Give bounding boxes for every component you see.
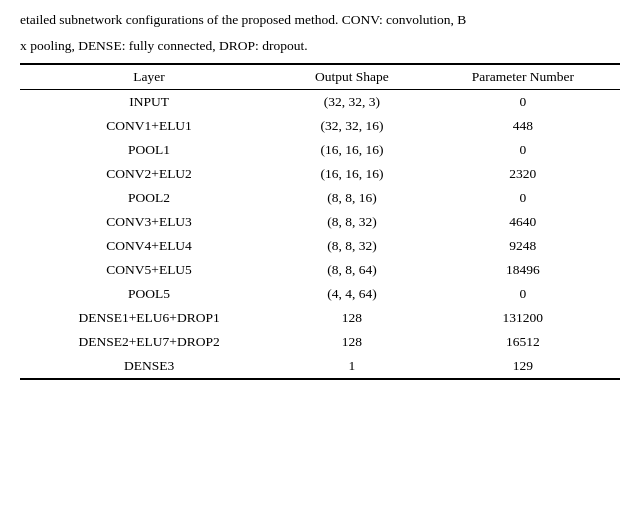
cell-params: 18496 bbox=[426, 258, 620, 282]
cell-layer: DENSE1+ELU6+DROP1 bbox=[20, 306, 278, 330]
table-row: DENSE31129 bbox=[20, 354, 620, 379]
network-config-table: Layer Output Shape Parameter Number INPU… bbox=[20, 63, 620, 380]
cell-shape: (16, 16, 16) bbox=[278, 138, 426, 162]
cell-params: 0 bbox=[426, 186, 620, 210]
cell-layer: POOL2 bbox=[20, 186, 278, 210]
table-row: CONV3+ELU3(8, 8, 32)4640 bbox=[20, 210, 620, 234]
cell-shape: (8, 8, 64) bbox=[278, 258, 426, 282]
table-row: CONV1+ELU1(32, 32, 16)448 bbox=[20, 114, 620, 138]
cell-shape: 128 bbox=[278, 306, 426, 330]
cell-params: 448 bbox=[426, 114, 620, 138]
cell-shape: (8, 8, 16) bbox=[278, 186, 426, 210]
table-row: DENSE2+ELU7+DROP212816512 bbox=[20, 330, 620, 354]
cell-shape: 128 bbox=[278, 330, 426, 354]
table-row: INPUT(32, 32, 3)0 bbox=[20, 89, 620, 114]
table-row: POOL1(16, 16, 16)0 bbox=[20, 138, 620, 162]
col-header-shape: Output Shape bbox=[278, 64, 426, 90]
cell-params: 9248 bbox=[426, 234, 620, 258]
cell-layer: POOL5 bbox=[20, 282, 278, 306]
table-row: POOL5(4, 4, 64)0 bbox=[20, 282, 620, 306]
table-row: POOL2(8, 8, 16)0 bbox=[20, 186, 620, 210]
cell-layer: CONV4+ELU4 bbox=[20, 234, 278, 258]
cell-layer: POOL1 bbox=[20, 138, 278, 162]
network-table-container: Layer Output Shape Parameter Number INPU… bbox=[20, 63, 620, 380]
cell-shape: (4, 4, 64) bbox=[278, 282, 426, 306]
cell-params: 2320 bbox=[426, 162, 620, 186]
cell-layer: CONV1+ELU1 bbox=[20, 114, 278, 138]
description-line2: x pooling, DENSE: fully connected, DROP:… bbox=[20, 36, 620, 56]
description-line1: etailed subnetwork configurations of the… bbox=[20, 10, 620, 30]
cell-layer: CONV3+ELU3 bbox=[20, 210, 278, 234]
cell-params: 16512 bbox=[426, 330, 620, 354]
cell-layer: INPUT bbox=[20, 89, 278, 114]
cell-layer: CONV2+ELU2 bbox=[20, 162, 278, 186]
cell-shape: (32, 32, 3) bbox=[278, 89, 426, 114]
cell-shape: 1 bbox=[278, 354, 426, 379]
cell-params: 129 bbox=[426, 354, 620, 379]
cell-params: 0 bbox=[426, 282, 620, 306]
cell-shape: (32, 32, 16) bbox=[278, 114, 426, 138]
cell-layer: DENSE2+ELU7+DROP2 bbox=[20, 330, 278, 354]
table-row: DENSE1+ELU6+DROP1128131200 bbox=[20, 306, 620, 330]
cell-params: 131200 bbox=[426, 306, 620, 330]
col-header-layer: Layer bbox=[20, 64, 278, 90]
cell-shape: (8, 8, 32) bbox=[278, 234, 426, 258]
cell-layer: CONV5+ELU5 bbox=[20, 258, 278, 282]
col-header-params: Parameter Number bbox=[426, 64, 620, 90]
table-row: CONV5+ELU5(8, 8, 64)18496 bbox=[20, 258, 620, 282]
cell-shape: (16, 16, 16) bbox=[278, 162, 426, 186]
cell-params: 0 bbox=[426, 138, 620, 162]
cell-shape: (8, 8, 32) bbox=[278, 210, 426, 234]
table-row: CONV4+ELU4(8, 8, 32)9248 bbox=[20, 234, 620, 258]
table-row: CONV2+ELU2(16, 16, 16)2320 bbox=[20, 162, 620, 186]
cell-params: 0 bbox=[426, 89, 620, 114]
cell-layer: DENSE3 bbox=[20, 354, 278, 379]
cell-params: 4640 bbox=[426, 210, 620, 234]
